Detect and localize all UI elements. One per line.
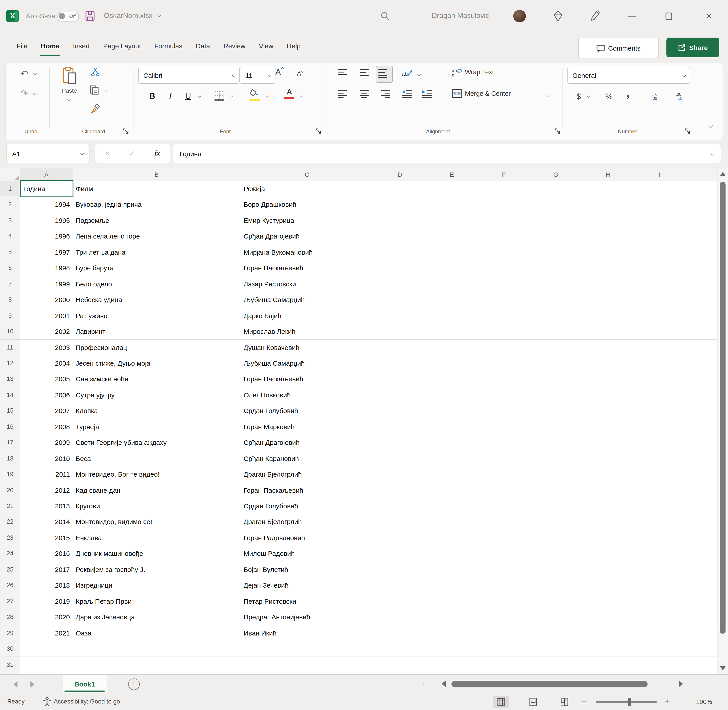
tab-review[interactable]: Review xyxy=(217,32,252,59)
row-header-27[interactable]: 27 xyxy=(0,593,21,610)
cell-H28[interactable] xyxy=(582,609,634,625)
cell-H1[interactable] xyxy=(582,181,634,197)
cancel-icon[interactable]: × xyxy=(105,149,110,158)
cell-I2[interactable] xyxy=(634,197,686,213)
cell-F3[interactable] xyxy=(478,213,530,229)
undo-button[interactable]: ↶ xyxy=(16,67,32,81)
cell-J19[interactable] xyxy=(686,466,717,483)
cell-J10[interactable] xyxy=(686,324,717,340)
cell-G6[interactable] xyxy=(530,260,582,277)
cell-A31[interactable] xyxy=(20,657,73,673)
cell-E26[interactable] xyxy=(426,578,478,594)
font-family-select[interactable]: Calibri xyxy=(138,67,240,84)
cell-F7[interactable] xyxy=(478,276,530,292)
cell-C26[interactable]: Дејан Зечевић xyxy=(241,578,374,594)
cell-H2[interactable] xyxy=(582,197,634,213)
cell-G9[interactable] xyxy=(530,308,582,324)
row-header-13[interactable]: 13 xyxy=(0,371,21,387)
merge-center-button[interactable]: Merge & Center xyxy=(452,89,511,98)
cell-J7[interactable] xyxy=(686,276,717,292)
cell-C11[interactable]: Душан Ковачевић xyxy=(241,339,374,356)
cell-H16[interactable] xyxy=(582,419,634,435)
cell-D2[interactable] xyxy=(374,197,427,213)
borders-chevron-icon[interactable] xyxy=(230,94,234,98)
cell-J16[interactable] xyxy=(686,419,717,435)
cell-F18[interactable] xyxy=(478,450,530,467)
cell-C31[interactable] xyxy=(241,657,374,673)
merge-center-chevron-icon[interactable] xyxy=(546,94,550,98)
cell-B6[interactable]: Буре барута xyxy=(72,260,241,277)
cell-I17[interactable] xyxy=(634,434,686,451)
cell-E3[interactable] xyxy=(426,213,478,229)
enter-check-icon[interactable]: ✓ xyxy=(129,150,135,157)
tab-page-layout[interactable]: Page Layout xyxy=(97,32,148,59)
cell-G15[interactable] xyxy=(530,403,582,420)
cell-D26[interactable] xyxy=(374,578,427,594)
cell-E1[interactable] xyxy=(426,181,478,197)
cell-B30[interactable] xyxy=(72,641,241,657)
cell-F10[interactable] xyxy=(478,324,530,340)
cell-E23[interactable] xyxy=(426,530,478,546)
cell-A14[interactable]: 2006 xyxy=(20,387,73,403)
cell-C15[interactable]: Срдан Голубовић xyxy=(241,403,374,420)
accessibility-status[interactable]: Accessibility: Good to go xyxy=(54,698,120,705)
top-align-icon[interactable] xyxy=(338,69,347,76)
cell-F8[interactable] xyxy=(478,292,530,308)
cell-A22[interactable]: 2014 xyxy=(20,514,73,530)
cell-F21[interactable] xyxy=(478,498,530,515)
col-header-G[interactable]: G xyxy=(530,168,582,181)
cell-E27[interactable] xyxy=(426,593,478,610)
cell-G28[interactable] xyxy=(530,609,582,625)
cell-F2[interactable] xyxy=(478,197,530,213)
row-header-2[interactable]: 2 xyxy=(0,197,21,213)
cell-E2[interactable] xyxy=(426,197,478,213)
cell-A26[interactable]: 2018 xyxy=(20,578,73,594)
cell-B3[interactable]: Подземље xyxy=(72,213,241,229)
cell-F6[interactable] xyxy=(478,260,530,277)
row-header-11[interactable]: 11 xyxy=(0,339,21,356)
cell-G22[interactable] xyxy=(530,514,582,530)
cell-B29[interactable]: Оаза xyxy=(72,625,241,641)
cell-G19[interactable] xyxy=(530,466,582,483)
name-box[interactable]: A1 xyxy=(6,144,90,163)
cell-I16[interactable] xyxy=(634,419,686,435)
cell-F30[interactable] xyxy=(478,641,530,657)
fill-color-chevron-icon[interactable] xyxy=(265,94,269,98)
tab-file[interactable]: File xyxy=(10,32,34,59)
zoom-level[interactable]: 100% xyxy=(680,698,712,705)
cell-A19[interactable]: 2011 xyxy=(20,466,73,483)
cell-I11[interactable] xyxy=(634,339,686,356)
cell-G8[interactable] xyxy=(530,292,582,308)
page-layout-view-button[interactable] xyxy=(525,696,541,708)
close-button[interactable]: × xyxy=(702,9,716,23)
cell-J28[interactable] xyxy=(686,609,717,625)
normal-view-button[interactable] xyxy=(493,696,509,708)
cell-B7[interactable]: Бело одело xyxy=(72,276,241,292)
cell-E21[interactable] xyxy=(426,498,478,515)
col-header-H[interactable]: H xyxy=(582,168,634,181)
cell-J30[interactable] xyxy=(686,641,717,657)
row-header-28[interactable]: 28 xyxy=(0,609,21,625)
cell-D19[interactable] xyxy=(374,466,427,483)
cell-E20[interactable] xyxy=(426,482,478,499)
cell-A30[interactable] xyxy=(20,641,73,657)
cell-D12[interactable] xyxy=(374,355,427,372)
cell-I1[interactable] xyxy=(634,181,686,197)
cell-H30[interactable] xyxy=(582,641,634,657)
cell-C14[interactable]: Олег Новковић xyxy=(241,387,374,403)
gem-icon[interactable] xyxy=(554,11,563,22)
cell-A25[interactable]: 2017 xyxy=(20,562,73,578)
cell-C17[interactable]: Срђан Драгојевић xyxy=(241,434,374,451)
cell-G27[interactable] xyxy=(530,593,582,610)
cell-A21[interactable]: 2013 xyxy=(20,498,73,515)
cell-J24[interactable] xyxy=(686,546,717,562)
scroll-left-icon[interactable] xyxy=(441,681,446,687)
cell-D11[interactable] xyxy=(374,339,427,356)
cell-B4[interactable]: Лепа села лепо горе xyxy=(72,229,241,245)
cell-I9[interactable] xyxy=(634,308,686,324)
cell-F27[interactable] xyxy=(478,593,530,610)
cell-G21[interactable] xyxy=(530,498,582,515)
col-header-B[interactable]: B xyxy=(72,168,241,181)
cell-I20[interactable] xyxy=(634,482,686,499)
row-header-8[interactable]: 8 xyxy=(0,292,21,308)
